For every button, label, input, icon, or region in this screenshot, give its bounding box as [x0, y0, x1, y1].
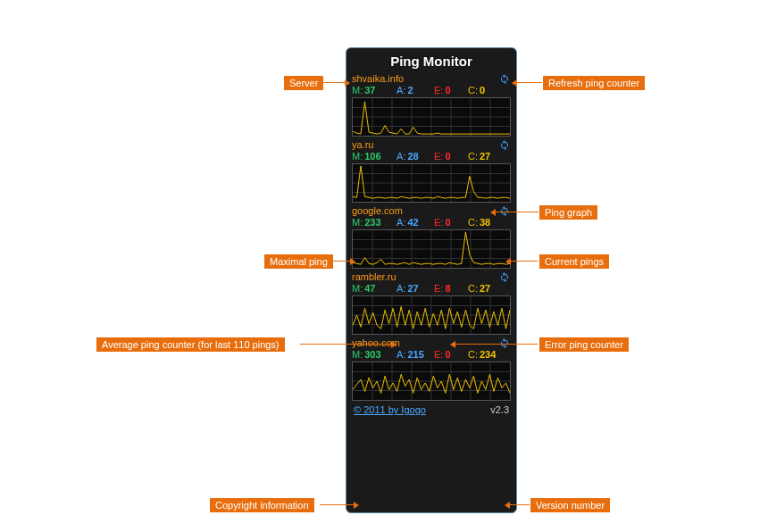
stat-average: A: 27 — [397, 283, 434, 294]
ping-graph — [352, 295, 511, 335]
stat-current: C: 0 — [468, 85, 504, 96]
stat-average: A: 215 — [397, 349, 434, 360]
stat-max: M: 106 — [352, 151, 397, 162]
callout-server: Server — [284, 76, 323, 90]
stat-current: C: 27 — [468, 283, 504, 294]
refresh-icon[interactable] — [498, 138, 511, 151]
stat-average: A: 28 — [397, 151, 434, 162]
widget-title: Ping Monitor — [350, 52, 513, 72]
stat-error: E: 0 — [434, 85, 468, 96]
callout-error-ping: Error ping counter — [539, 337, 629, 352]
stat-error: E: 8 — [434, 283, 468, 294]
callout-maximal-ping: Maximal ping — [264, 254, 333, 269]
arrow — [320, 504, 354, 505]
server-block: ya.ruM: 106A: 28E: 0C: 27 — [350, 138, 513, 203]
server-stats: M: 303A: 215E: 0C: 234 — [350, 349, 513, 362]
callout-average-ping: Average ping counter (for last 110 pings… — [96, 337, 285, 352]
ping-monitor-widget: Ping Monitor shvaika.infoM: 37A: 2E: 0C:… — [346, 47, 517, 513]
stat-current: C: 38 — [468, 217, 504, 228]
server-stats: M: 47A: 27E: 8C: 27 — [350, 283, 513, 295]
server-name: rambler.ru — [352, 271, 397, 282]
refresh-icon[interactable] — [498, 72, 511, 85]
arrow — [511, 261, 538, 262]
ping-graph — [352, 97, 511, 137]
server-block: rambler.ruM: 47A: 27E: 8C: 27 — [350, 270, 513, 335]
arrow — [455, 344, 538, 345]
stat-max: M: 47 — [352, 283, 397, 294]
server-block: shvaika.infoM: 37A: 2E: 0C: 0 — [350, 72, 513, 137]
arrow — [300, 344, 391, 345]
callout-current-pings: Current pings — [539, 254, 609, 269]
stat-max: M: 303 — [352, 349, 397, 360]
arrow — [517, 82, 542, 83]
server-block: yahoo.comM: 303A: 215E: 0C: 234 — [350, 337, 513, 401]
ping-graph — [352, 362, 511, 401]
stat-error: E: 0 — [434, 349, 468, 360]
refresh-icon[interactable] — [498, 337, 511, 349]
stat-average: A: 42 — [397, 217, 434, 228]
callout-copyright: Copyright information — [210, 498, 314, 512]
stat-max: M: 37 — [352, 85, 397, 96]
version-label: v2.3 — [490, 404, 509, 415]
callout-ping-graph: Ping graph — [539, 205, 597, 220]
server-stats: M: 106A: 28E: 0C: 27 — [350, 151, 513, 163]
server-stats: M: 37A: 2E: 0C: 0 — [350, 85, 513, 97]
stat-error: E: 0 — [434, 217, 468, 228]
arrow — [320, 82, 345, 83]
ping-graph — [352, 229, 511, 269]
refresh-icon[interactable] — [498, 270, 511, 283]
arrow — [510, 504, 530, 505]
server-stats: M: 233A: 42E: 0C: 38 — [350, 217, 513, 229]
server-name: google.com — [352, 205, 403, 216]
stat-current: C: 234 — [468, 349, 504, 360]
stat-current: C: 27 — [468, 151, 504, 162]
server-name: ya.ru — [352, 139, 373, 150]
stat-error: E: 0 — [434, 151, 468, 162]
refresh-icon[interactable] — [498, 204, 511, 217]
arrow — [496, 212, 538, 212]
callout-refresh: Refresh ping counter — [543, 76, 645, 90]
stat-average: A: 2 — [397, 85, 434, 96]
server-name: shvaika.info — [352, 73, 404, 84]
callout-version: Version number — [530, 498, 610, 512]
server-block: google.comM: 233A: 42E: 0C: 38 — [350, 204, 513, 269]
copyright-link[interactable]: © 2011 by Igogo — [354, 404, 426, 415]
widget-footer: © 2011 by Igogo v2.3 — [350, 403, 513, 415]
arrow — [330, 261, 350, 262]
stat-max: M: 233 — [352, 217, 397, 228]
servers-list: shvaika.infoM: 37A: 2E: 0C: 0ya.ruM: 106… — [350, 72, 513, 401]
ping-graph — [352, 163, 511, 203]
